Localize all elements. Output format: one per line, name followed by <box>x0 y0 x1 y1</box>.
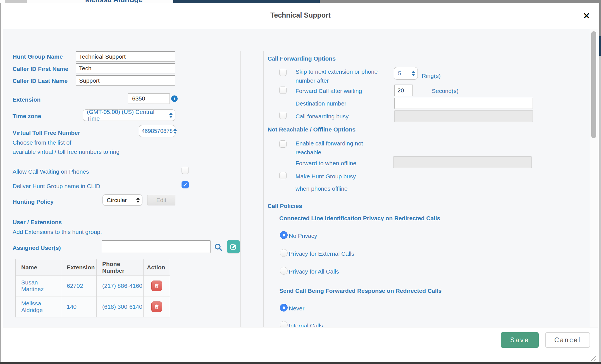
call-forwarding-heading: Call Forwarding Options <box>268 55 336 62</box>
skip-next-checkbox[interactable] <box>279 69 287 76</box>
edit-button[interactable]: Edit <box>147 195 175 205</box>
destination-number-label: Destination number <box>295 100 346 107</box>
radio-no-privacy-label: No Privacy <box>289 232 317 240</box>
assigned-users-label: Assigned User(s) <box>13 244 61 252</box>
select-arrows-icon <box>169 112 173 118</box>
clid-checkbox[interactable] <box>182 181 189 188</box>
rings-select[interactable]: 5 <box>394 67 418 80</box>
rings-unit-label: Ring(s) <box>422 72 441 80</box>
cell-name: Susan Martinez <box>16 276 61 296</box>
forward-wait-label: Forward Call after waiting <box>295 87 362 95</box>
background-right-sliver-gray <box>599 56 601 362</box>
cancel-button[interactable]: Cancel <box>545 332 590 348</box>
background-block <box>5 0 27 3</box>
col-header-phone: Phone Number <box>97 259 144 275</box>
column-divider <box>263 51 264 327</box>
radio-no-privacy[interactable] <box>280 231 288 239</box>
time-zone-value: (GMT-05:00) (US) Central Time <box>87 109 167 122</box>
call-waiting-checkbox[interactable] <box>182 167 189 174</box>
delete-user-button[interactable] <box>151 301 162 312</box>
radio-privacy-all-label: Privacy for All Calls <box>289 268 339 275</box>
select-arrows-icon <box>412 71 415 76</box>
table-header-row: Name Extension Phone Number Action <box>16 259 170 275</box>
background-clipped-title: Melissa Aldridge <box>85 0 158 3</box>
hunting-policy-label: Hunting Policy <box>13 198 54 205</box>
edit-users-button[interactable] <box>227 240 240 253</box>
modal-title: Technical Support <box>3 11 598 19</box>
vtf-select[interactable]: 4698570878 <box>139 125 175 137</box>
users-extensions-subheading: Add Extensions to this hunt group. <box>13 228 102 236</box>
vtf-help-line1: Choose from the list of <box>13 139 71 146</box>
delete-user-button[interactable] <box>151 281 162 291</box>
forwarded-response-heading: Send Call Being Forwarded Response on Re… <box>279 287 442 294</box>
seconds-input[interactable] <box>394 85 413 96</box>
time-zone-label: Time zone <box>13 112 41 120</box>
background-page-sliver: Melissa Aldridge <box>0 0 601 3</box>
not-reachable-heading: Not Reachable / Offline Options <box>268 126 356 133</box>
hunting-policy-value: Circular <box>107 197 127 203</box>
col-header-action: Action <box>144 259 170 275</box>
caller-id-first-label: Caller ID First Name <box>13 65 68 73</box>
cell-phone: (217) 886-4160 <box>97 276 144 296</box>
vtf-label: Virtual Toll Free Number <box>13 129 80 136</box>
radio-privacy-external-label: Privacy for External Calls <box>289 250 354 257</box>
forward-wait-checkbox[interactable] <box>279 87 287 94</box>
table-row: Susan Martinez 62702 (217) 886-4160 <box>16 275 170 296</box>
clid-label: Deliver Hunt Group name in CLID <box>13 182 100 190</box>
col-header-extension: Extension <box>61 259 97 275</box>
enable-forwarding-checkbox[interactable] <box>279 140 287 148</box>
extension-label: Extension <box>13 96 40 103</box>
time-zone-select[interactable]: (GMT-05:00) (US) Central Time <box>83 109 175 121</box>
hunt-group-busy-checkbox[interactable] <box>279 172 287 179</box>
select-arrows-icon <box>173 128 177 134</box>
scrollbar-thumb[interactable] <box>591 31 596 138</box>
forward-offline-label: Forward to when offline <box>295 159 356 167</box>
call-waiting-label: Allow Call Waiting on Phones <box>13 168 89 175</box>
enable-forwarding-label-line2: reachable <box>295 149 321 156</box>
save-button[interactable]: Save <box>501 332 539 348</box>
caller-id-first-input[interactable] <box>76 63 175 73</box>
caller-id-last-label: Caller ID Last Name <box>13 77 68 85</box>
assigned-users-search-input[interactable] <box>102 240 211 253</box>
seconds-unit-label: Second(s) <box>432 87 459 95</box>
trash-icon <box>154 304 160 310</box>
close-icon[interactable]: ✕ <box>580 9 593 22</box>
cell-phone: (618) 300-6140 <box>97 296 144 317</box>
forwarding-busy-label: Call forwarding busy <box>295 112 349 120</box>
privacy-heading: Connected Line Identification Privacy on… <box>279 214 440 222</box>
hunting-policy-select[interactable]: Circular <box>102 194 142 206</box>
forward-offline-input <box>393 156 532 168</box>
vtf-value: 4698570878 <box>142 128 173 134</box>
edit-pencil-icon <box>230 243 237 251</box>
cell-action <box>144 276 170 296</box>
left-panel-divider <box>240 51 241 327</box>
resize-handle-icon[interactable] <box>590 355 597 362</box>
forwarding-busy-checkbox[interactable] <box>279 112 287 119</box>
hunt-group-name-label: Hunt Group Name <box>13 53 63 60</box>
radio-privacy-external[interactable] <box>280 249 288 257</box>
extension-input[interactable] <box>128 93 170 104</box>
vtf-help-line2: available virtual / toll free numbers to… <box>13 148 120 155</box>
skip-next-label-line1: Skip to next extension or phone <box>295 68 378 75</box>
caller-id-last-input[interactable] <box>76 75 175 86</box>
hunt-group-name-input[interactable] <box>76 51 175 62</box>
background-gray-bar <box>320 0 601 3</box>
background-navy-bar <box>173 0 320 3</box>
table-row: Melissa Aldridge 140 (618) 300-6140 <box>16 296 170 317</box>
cell-extension: 62702 <box>61 276 97 296</box>
radio-privacy-all[interactable] <box>280 267 288 275</box>
screenshot-root: Melissa Aldridge Technical Support ✕ Hun… <box>0 0 601 364</box>
hunt-group-busy-label-line1: Make Hunt Group busy <box>295 173 356 180</box>
search-icon[interactable] <box>214 243 223 252</box>
cell-extension: 140 <box>61 296 97 317</box>
destination-number-input[interactable] <box>394 98 533 109</box>
background-right-sliver <box>599 3 601 36</box>
window-bottom-border <box>0 362 601 364</box>
info-icon[interactable] <box>171 95 178 102</box>
call-policies-heading: Call Policies <box>268 202 302 210</box>
cell-action <box>144 296 170 317</box>
radio-never[interactable] <box>280 304 288 312</box>
hunt-group-busy-label-line2: when phones offline <box>295 185 347 192</box>
forwarding-busy-input <box>394 110 533 122</box>
cell-name: Melissa Aldridge <box>16 296 61 317</box>
